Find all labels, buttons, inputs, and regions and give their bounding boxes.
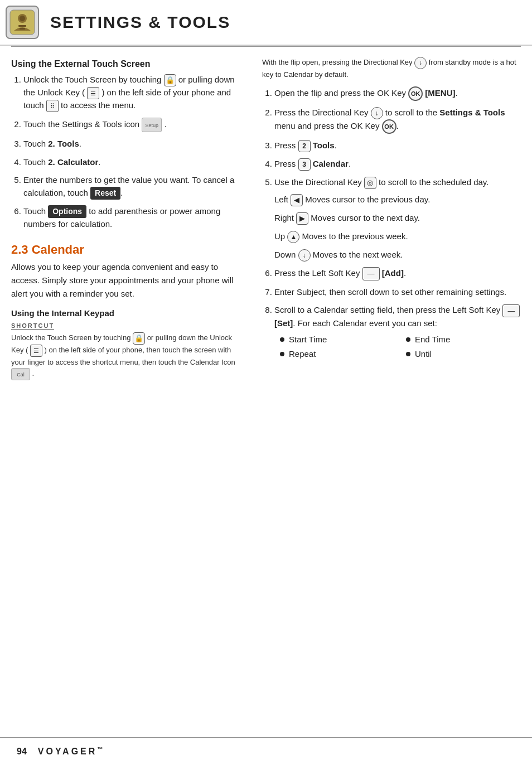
r-step-7: Enter Subject, then scroll down to set o… xyxy=(274,286,521,299)
dir-up: Up ▲ Moves to the previous week. xyxy=(274,230,521,243)
step-1: Unlock the Touch Screen by touching 🔒 or… xyxy=(23,74,245,112)
section2-para: Allows you to keep your agenda convenien… xyxy=(11,260,245,301)
directional-key-icon-intro: ↓ xyxy=(414,57,427,69)
shortcut-lock-icon: 🔒 xyxy=(133,332,145,345)
left-column: Using the External Touch Screen Unlock t… xyxy=(11,57,245,380)
bullet-until xyxy=(406,352,410,356)
directional-keys-list: Left ◀ Moves cursor to the previous day.… xyxy=(274,193,521,262)
step-3-bold: 2. Tools xyxy=(48,139,79,148)
shortcut-menu-icon: ☰ xyxy=(30,345,42,357)
section2-heading: 2.3 Calendar xyxy=(11,243,245,257)
svg-rect-3 xyxy=(18,25,26,27)
lock-icon: 🔒 xyxy=(164,74,176,86)
shortcut-text: Unlock the Touch Screen by touching 🔒 or… xyxy=(11,332,245,380)
dir-left: Left ◀ Moves cursor to the previous day. xyxy=(274,193,521,206)
steps-list-1: Unlock the Touch Screen by touching 🔒 or… xyxy=(11,74,245,230)
down-key-icon: ↓ xyxy=(298,249,311,262)
r-step-3: Press 2 Tools. xyxy=(274,139,521,152)
num-2-badge: 2 xyxy=(298,140,311,152)
page-title: SETTINGS & TOOLS xyxy=(50,13,230,32)
set-item-repeat-label: Repeat xyxy=(289,348,316,361)
svg-rect-4 xyxy=(20,28,25,30)
set-item-until: Until xyxy=(406,348,521,361)
shortcut-block: SHORTCUT Unlock the Touch Screen by touc… xyxy=(11,320,245,380)
r-step-1: Open the flip and press the OK Key OK [M… xyxy=(274,86,521,101)
set-item-start-time: Start Time xyxy=(280,333,395,346)
r-step-8-bold: [Set] xyxy=(274,318,293,328)
right-key-icon: ▶ xyxy=(296,212,308,225)
page-header: SETTINGS & TOOLS xyxy=(0,0,532,46)
r-step-6: Press the Left Soft Key — [Add]. xyxy=(274,267,521,280)
r-step-2-bold: Settings & Tools xyxy=(439,108,505,117)
step-3: Touch 2. Tools. xyxy=(23,138,245,151)
set-items-grid: Start Time End Time Repeat Until xyxy=(280,333,521,361)
step-4-bold: 2. Calculator xyxy=(48,157,98,167)
r-step-8: Scroll to a Calendar setting field, then… xyxy=(274,304,521,360)
bullet-repeat xyxy=(280,352,284,356)
bullet-end xyxy=(406,337,410,342)
dir-down: Down ↓ Moves to the next week. xyxy=(274,249,521,262)
r-step-3-bold: Tools xyxy=(313,141,335,150)
steps-list-2: Open the flip and press the OK Key OK [M… xyxy=(262,86,521,361)
header-icon xyxy=(6,6,39,39)
left-soft-key-icon-8: — xyxy=(502,304,520,318)
right-column: With the flip open, pressing the Directi… xyxy=(262,57,521,380)
step-2: Touch the Settings & Tools icon Setup . xyxy=(23,118,245,132)
settings-icon: Setup xyxy=(142,118,162,132)
right-intro: With the flip open, pressing the Directi… xyxy=(262,57,521,81)
shortcut-calendar-icon: Cal xyxy=(11,368,30,380)
page-footer: 94 VOYAGER™ xyxy=(0,737,532,765)
up-key-icon: ▲ xyxy=(287,231,299,243)
menu-key-icon: ☰ xyxy=(87,87,99,99)
r-step-1-bold: [MENU] xyxy=(425,88,455,98)
bullet-start xyxy=(280,337,284,342)
r-step-2: Press the Directional Key ↓ to scroll to… xyxy=(274,106,521,134)
step-4: Touch 2. Calculator. xyxy=(23,156,245,169)
page-number: 94 xyxy=(17,747,27,757)
step-6: Touch Options to add parenthesis or powe… xyxy=(23,205,245,231)
left-key-icon: ◀ xyxy=(291,194,303,206)
brand-name: VOYAGER™ xyxy=(38,746,105,757)
shortcut-label: SHORTCUT xyxy=(11,322,54,330)
main-content: Using the External Touch Screen Unlock t… xyxy=(0,47,532,380)
reset-button-label: Reset xyxy=(90,187,120,200)
r-step-4-bold: Calendar xyxy=(313,159,349,168)
set-item-repeat: Repeat xyxy=(280,348,395,361)
set-item-end-label: End Time xyxy=(415,333,450,346)
step-5: Enter the numbers to get the value you w… xyxy=(23,174,245,200)
ok-key-icon-1: OK xyxy=(408,86,423,101)
section3-heading: Using the Internal Keypad xyxy=(11,308,245,318)
options-button-label: Options xyxy=(48,205,86,218)
left-soft-key-icon-6: — xyxy=(362,267,380,280)
r-step-6-bold: [Add] xyxy=(382,268,404,278)
dir-right: Right ▶ Moves cursor to the next day. xyxy=(274,212,521,225)
set-item-until-label: Until xyxy=(415,348,432,361)
nav-round-icon: ◎ xyxy=(364,177,376,189)
section1-heading: Using the External Touch Screen xyxy=(11,59,245,69)
svg-point-2 xyxy=(20,16,25,21)
r-step-5: Use the Directional Key ◎ to scroll to t… xyxy=(274,176,521,262)
num-3-badge: 3 xyxy=(298,158,311,171)
set-item-end-time: End Time xyxy=(406,333,521,346)
r-step-4: Press 3 Calendar. xyxy=(274,158,521,171)
ok-key-icon-2: OK xyxy=(382,119,396,134)
directional-key-icon-2: ↓ xyxy=(371,107,383,119)
set-item-start-label: Start Time xyxy=(289,333,327,346)
grid-icon: ⠿ xyxy=(46,100,59,112)
